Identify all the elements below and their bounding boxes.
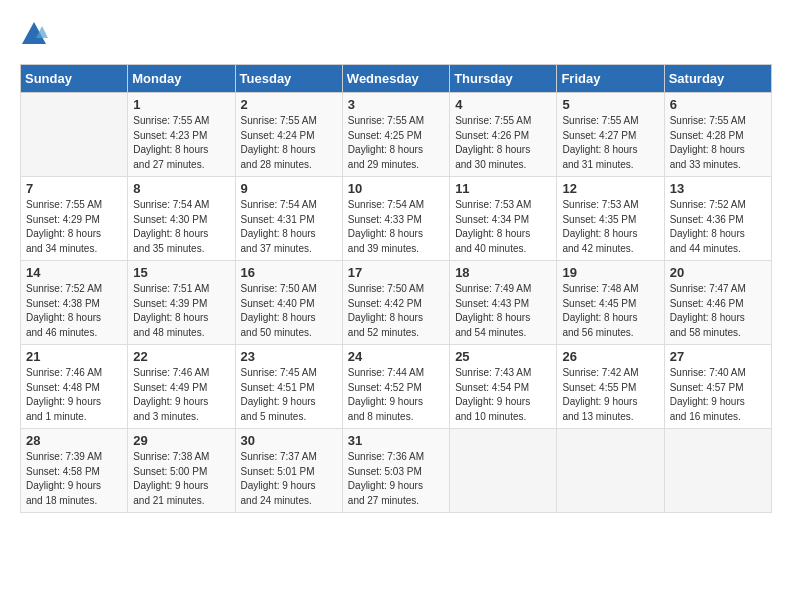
day-number: 24	[348, 349, 444, 364]
header-day: Saturday	[664, 65, 771, 93]
day-number: 14	[26, 265, 122, 280]
day-detail: Sunrise: 7:55 AM Sunset: 4:25 PM Dayligh…	[348, 114, 444, 172]
day-number: 11	[455, 181, 551, 196]
day-detail: Sunrise: 7:38 AM Sunset: 5:00 PM Dayligh…	[133, 450, 229, 508]
day-number: 18	[455, 265, 551, 280]
header	[20, 20, 772, 48]
day-detail: Sunrise: 7:53 AM Sunset: 4:34 PM Dayligh…	[455, 198, 551, 256]
calendar-cell: 27Sunrise: 7:40 AM Sunset: 4:57 PM Dayli…	[664, 345, 771, 429]
calendar-cell: 13Sunrise: 7:52 AM Sunset: 4:36 PM Dayli…	[664, 177, 771, 261]
header-day: Sunday	[21, 65, 128, 93]
day-number: 15	[133, 265, 229, 280]
calendar-cell: 12Sunrise: 7:53 AM Sunset: 4:35 PM Dayli…	[557, 177, 664, 261]
calendar-cell: 1Sunrise: 7:55 AM Sunset: 4:23 PM Daylig…	[128, 93, 235, 177]
day-number: 21	[26, 349, 122, 364]
day-number: 19	[562, 265, 658, 280]
calendar-cell: 6Sunrise: 7:55 AM Sunset: 4:28 PM Daylig…	[664, 93, 771, 177]
day-detail: Sunrise: 7:55 AM Sunset: 4:26 PM Dayligh…	[455, 114, 551, 172]
calendar-cell: 15Sunrise: 7:51 AM Sunset: 4:39 PM Dayli…	[128, 261, 235, 345]
calendar-cell: 4Sunrise: 7:55 AM Sunset: 4:26 PM Daylig…	[450, 93, 557, 177]
day-number: 7	[26, 181, 122, 196]
calendar-cell: 31Sunrise: 7:36 AM Sunset: 5:03 PM Dayli…	[342, 429, 449, 513]
calendar-cell: 29Sunrise: 7:38 AM Sunset: 5:00 PM Dayli…	[128, 429, 235, 513]
day-number: 1	[133, 97, 229, 112]
day-number: 16	[241, 265, 337, 280]
calendar-cell	[450, 429, 557, 513]
day-number: 20	[670, 265, 766, 280]
day-detail: Sunrise: 7:54 AM Sunset: 4:31 PM Dayligh…	[241, 198, 337, 256]
calendar-cell: 20Sunrise: 7:47 AM Sunset: 4:46 PM Dayli…	[664, 261, 771, 345]
day-detail: Sunrise: 7:36 AM Sunset: 5:03 PM Dayligh…	[348, 450, 444, 508]
calendar-cell: 23Sunrise: 7:45 AM Sunset: 4:51 PM Dayli…	[235, 345, 342, 429]
calendar-cell	[557, 429, 664, 513]
day-number: 2	[241, 97, 337, 112]
day-detail: Sunrise: 7:55 AM Sunset: 4:27 PM Dayligh…	[562, 114, 658, 172]
day-detail: Sunrise: 7:44 AM Sunset: 4:52 PM Dayligh…	[348, 366, 444, 424]
header-day: Friday	[557, 65, 664, 93]
day-number: 31	[348, 433, 444, 448]
calendar-cell: 18Sunrise: 7:49 AM Sunset: 4:43 PM Dayli…	[450, 261, 557, 345]
day-number: 23	[241, 349, 337, 364]
day-detail: Sunrise: 7:49 AM Sunset: 4:43 PM Dayligh…	[455, 282, 551, 340]
day-detail: Sunrise: 7:53 AM Sunset: 4:35 PM Dayligh…	[562, 198, 658, 256]
calendar-cell: 26Sunrise: 7:42 AM Sunset: 4:55 PM Dayli…	[557, 345, 664, 429]
day-detail: Sunrise: 7:47 AM Sunset: 4:46 PM Dayligh…	[670, 282, 766, 340]
day-number: 28	[26, 433, 122, 448]
calendar-cell: 11Sunrise: 7:53 AM Sunset: 4:34 PM Dayli…	[450, 177, 557, 261]
day-number: 17	[348, 265, 444, 280]
day-detail: Sunrise: 7:52 AM Sunset: 4:38 PM Dayligh…	[26, 282, 122, 340]
calendar-table: SundayMondayTuesdayWednesdayThursdayFrid…	[20, 64, 772, 513]
calendar-cell: 30Sunrise: 7:37 AM Sunset: 5:01 PM Dayli…	[235, 429, 342, 513]
day-detail: Sunrise: 7:45 AM Sunset: 4:51 PM Dayligh…	[241, 366, 337, 424]
day-detail: Sunrise: 7:37 AM Sunset: 5:01 PM Dayligh…	[241, 450, 337, 508]
day-detail: Sunrise: 7:40 AM Sunset: 4:57 PM Dayligh…	[670, 366, 766, 424]
day-number: 25	[455, 349, 551, 364]
day-detail: Sunrise: 7:42 AM Sunset: 4:55 PM Dayligh…	[562, 366, 658, 424]
logo-icon	[20, 20, 48, 48]
day-number: 13	[670, 181, 766, 196]
header-day: Monday	[128, 65, 235, 93]
day-number: 4	[455, 97, 551, 112]
calendar-cell: 21Sunrise: 7:46 AM Sunset: 4:48 PM Dayli…	[21, 345, 128, 429]
day-number: 29	[133, 433, 229, 448]
day-detail: Sunrise: 7:55 AM Sunset: 4:28 PM Dayligh…	[670, 114, 766, 172]
calendar-week-row: 7Sunrise: 7:55 AM Sunset: 4:29 PM Daylig…	[21, 177, 772, 261]
day-detail: Sunrise: 7:55 AM Sunset: 4:29 PM Dayligh…	[26, 198, 122, 256]
day-number: 22	[133, 349, 229, 364]
header-day: Wednesday	[342, 65, 449, 93]
calendar-cell: 28Sunrise: 7:39 AM Sunset: 4:58 PM Dayli…	[21, 429, 128, 513]
logo	[20, 20, 52, 48]
day-detail: Sunrise: 7:46 AM Sunset: 4:49 PM Dayligh…	[133, 366, 229, 424]
calendar-cell: 7Sunrise: 7:55 AM Sunset: 4:29 PM Daylig…	[21, 177, 128, 261]
calendar-cell	[21, 93, 128, 177]
day-detail: Sunrise: 7:55 AM Sunset: 4:24 PM Dayligh…	[241, 114, 337, 172]
calendar-cell: 22Sunrise: 7:46 AM Sunset: 4:49 PM Dayli…	[128, 345, 235, 429]
day-number: 6	[670, 97, 766, 112]
day-number: 27	[670, 349, 766, 364]
day-number: 26	[562, 349, 658, 364]
day-detail: Sunrise: 7:54 AM Sunset: 4:30 PM Dayligh…	[133, 198, 229, 256]
calendar-week-row: 1Sunrise: 7:55 AM Sunset: 4:23 PM Daylig…	[21, 93, 772, 177]
calendar-cell: 19Sunrise: 7:48 AM Sunset: 4:45 PM Dayli…	[557, 261, 664, 345]
calendar-cell	[664, 429, 771, 513]
day-number: 12	[562, 181, 658, 196]
calendar-cell: 3Sunrise: 7:55 AM Sunset: 4:25 PM Daylig…	[342, 93, 449, 177]
calendar-week-row: 14Sunrise: 7:52 AM Sunset: 4:38 PM Dayli…	[21, 261, 772, 345]
page-container: SundayMondayTuesdayWednesdayThursdayFrid…	[0, 0, 792, 523]
header-day: Thursday	[450, 65, 557, 93]
day-detail: Sunrise: 7:55 AM Sunset: 4:23 PM Dayligh…	[133, 114, 229, 172]
day-detail: Sunrise: 7:52 AM Sunset: 4:36 PM Dayligh…	[670, 198, 766, 256]
day-detail: Sunrise: 7:43 AM Sunset: 4:54 PM Dayligh…	[455, 366, 551, 424]
header-day: Tuesday	[235, 65, 342, 93]
calendar-cell: 25Sunrise: 7:43 AM Sunset: 4:54 PM Dayli…	[450, 345, 557, 429]
day-number: 5	[562, 97, 658, 112]
day-detail: Sunrise: 7:50 AM Sunset: 4:42 PM Dayligh…	[348, 282, 444, 340]
day-number: 30	[241, 433, 337, 448]
day-detail: Sunrise: 7:54 AM Sunset: 4:33 PM Dayligh…	[348, 198, 444, 256]
day-number: 3	[348, 97, 444, 112]
calendar-cell: 14Sunrise: 7:52 AM Sunset: 4:38 PM Dayli…	[21, 261, 128, 345]
calendar-cell: 5Sunrise: 7:55 AM Sunset: 4:27 PM Daylig…	[557, 93, 664, 177]
day-number: 8	[133, 181, 229, 196]
calendar-cell: 8Sunrise: 7:54 AM Sunset: 4:30 PM Daylig…	[128, 177, 235, 261]
calendar-week-row: 21Sunrise: 7:46 AM Sunset: 4:48 PM Dayli…	[21, 345, 772, 429]
